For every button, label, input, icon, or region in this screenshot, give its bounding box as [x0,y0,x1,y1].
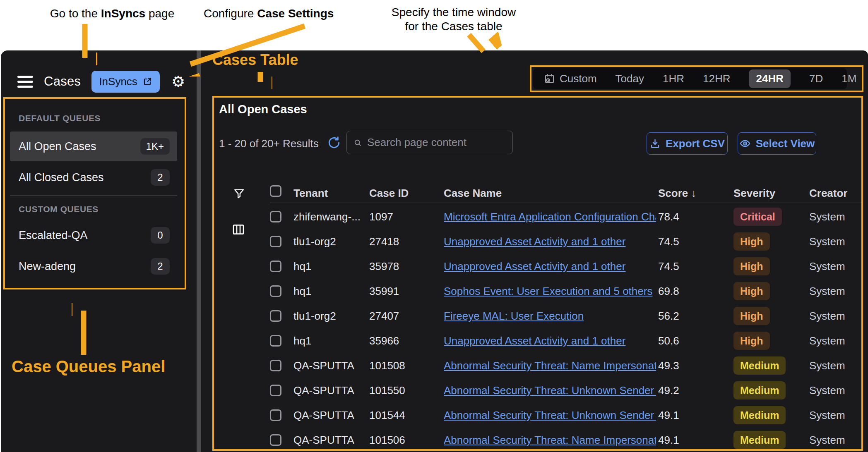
score-cell: 49.1 [658,428,700,452]
creator-cell: System [809,378,845,403]
time-option-label: 12HR [703,72,730,85]
score-cell: 74.5 [658,229,700,254]
column-header-case-name[interactable]: Case Name [444,187,502,200]
severity-badge: Critical [733,208,782,226]
tenant-cell: zhifenwang-... [293,204,364,229]
creator-cell: System [809,304,845,328]
cases-table-body: zhifenwang-... 1097 Microsoft Entra Appl… [1,204,868,452]
case-name-link[interactable]: Unapproved Asset Activity and 1 other [444,260,625,273]
score-cell: 49.3 [658,353,700,378]
search-box [346,131,513,154]
row-checkbox[interactable] [270,360,281,371]
tenant-cell: hq1 [293,254,364,279]
time-option-today[interactable]: Today [616,72,644,85]
row-checkbox[interactable] [270,261,281,272]
score-cell: 56.2 [658,304,700,328]
creator-cell: System [809,403,845,428]
tenant-cell: QA-SPUTTA [293,428,364,452]
time-option-custom[interactable]: Custom [544,72,597,85]
time-option-7d[interactable]: 7D [809,72,823,85]
case-name-link[interactable]: Fireeye MAL: User Execution [444,310,584,322]
app-window: Cases InSyncs ⚙ DEFAULT QUEUES All Open … [1,50,868,452]
case-name-link[interactable]: Abnormal Security Threat: Unknown Sender… [444,384,656,397]
case-id-cell: 27418 [369,229,438,254]
severity-badge: Medium [733,431,786,449]
time-option-1hr[interactable]: 1HR [663,72,684,85]
score-cell: 50.6 [658,328,700,353]
table-header-divider [270,203,862,203]
severity-badge: High [733,307,770,325]
column-header-tenant[interactable]: Tenant [293,187,328,200]
cases-main-panel: CustomToday1HR12HR24HR7D1M All Open Case… [1,50,868,452]
tenant-cell: tlu1-org2 [293,304,364,328]
column-header-severity[interactable]: Severity [733,187,775,200]
case-name-link[interactable]: Abnormal Security Threat: Unknown Sender… [444,409,656,421]
time-window-selector: CustomToday1HR12HR24HR7D1M [533,68,847,89]
annotation-settings-note: Configure Case Settings [204,7,340,21]
eye-icon [739,138,751,149]
case-id-cell: 101544 [369,403,438,428]
case-name-link[interactable]: Abnormal Security Threat: Name Impersona… [444,359,656,372]
creator-cell: System [809,353,845,378]
creator-cell: System [809,229,845,254]
tenant-cell: tlu1-org2 [293,229,364,254]
column-header-score[interactable]: Score ↓ [658,187,697,200]
time-option-label: 1HR [663,72,684,85]
row-checkbox[interactable] [270,385,281,396]
table-row: QA-SPUTTA 101544 Abnormal Security Threa… [1,403,868,428]
time-option-24hr[interactable]: 24HR [749,69,790,88]
search-icon [353,137,362,148]
score-cell: 69.8 [658,279,700,304]
case-name-link[interactable]: Abnormal Security Threat: Name Impersona… [444,434,656,446]
case-id-cell: 101506 [369,428,438,452]
table-header-row: TenantCase IDCase NameScore ↓SeverityCre… [1,182,868,203]
refresh-icon[interactable] [327,136,341,150]
score-cell: 74.5 [658,254,700,279]
tenant-cell: QA-SPUTTA [293,403,364,428]
select-all-checkbox[interactable] [270,185,281,197]
select-view-label: Select View [756,137,815,150]
creator-cell: System [809,254,845,279]
case-name-link[interactable]: Unapproved Asset Activity and 1 other [444,235,625,248]
time-option-12hr[interactable]: 12HR [703,72,730,85]
severity-badge: High [733,257,770,275]
case-name-link[interactable]: Unapproved Asset Activity and 1 other [444,335,625,347]
select-view-button[interactable]: Select View [738,132,816,155]
time-option-label: 1M [842,72,856,85]
case-id-cell: 101550 [369,378,438,403]
row-checkbox[interactable] [270,335,281,347]
row-checkbox[interactable] [270,236,281,247]
creator-cell: System [809,328,845,353]
table-row: QA-SPUTTA 101508 Abnormal Security Threa… [1,353,868,378]
time-option-label: 7D [809,72,823,85]
export-csv-button[interactable]: Export CSV [647,132,728,155]
table-row: hq1 35966 Unapproved Asset Activity and … [1,328,868,353]
row-checkbox[interactable] [270,310,281,322]
creator-cell: System [809,204,845,229]
results-count: 1 - 20 of 20+ Results [219,137,319,150]
row-checkbox[interactable] [270,409,281,421]
table-row: QA-SPUTTA 101550 Abnormal Security Threa… [1,378,868,403]
search-input[interactable] [367,136,506,149]
case-id-cell: 101508 [369,353,438,378]
table-row: tlu1-org2 27407 Fireeye MAL: User Execut… [1,304,868,328]
severity-badge: High [733,332,770,350]
score-cell: 49.1 [658,403,700,428]
case-id-cell: 35966 [369,328,438,353]
row-checkbox[interactable] [270,434,281,446]
row-checkbox[interactable] [270,285,281,297]
severity-badge: Medium [733,381,786,399]
tenant-cell: hq1 [293,279,364,304]
case-name-link[interactable]: Microsoft Entra Application Configuratio… [444,210,656,223]
download-icon [649,138,661,149]
case-id-cell: 27407 [369,304,438,328]
tenant-cell: hq1 [293,328,364,353]
column-header-creator[interactable]: Creator [809,187,847,200]
time-option-1m[interactable]: 1M [842,72,856,85]
table-row: QA-SPUTTA 101506 Abnormal Security Threa… [1,428,868,452]
severity-badge: High [733,232,770,251]
case-name-link[interactable]: Sophos Event: User Execution and 5 other… [444,285,652,297]
score-cell: 49.2 [658,378,700,403]
column-header-case-id[interactable]: Case ID [369,187,409,200]
row-checkbox[interactable] [270,211,281,222]
